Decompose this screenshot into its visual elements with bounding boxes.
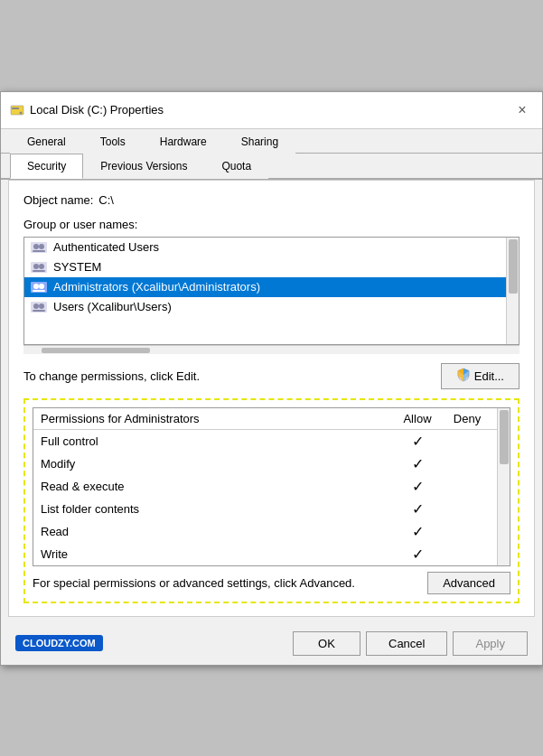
perm-name-fullcontrol: Full control [41, 434, 390, 448]
perm-name-read: Read [41, 525, 390, 538]
users-list-inner: Authenticated Users SYSTEM Administrator… [24, 238, 519, 317]
svg-point-5 [39, 244, 44, 249]
drive-icon [10, 103, 24, 117]
user-icon-users [30, 300, 48, 314]
perm-allow-write: ✓ [390, 546, 445, 563]
svg-point-13 [39, 284, 44, 289]
horiz-thumb [42, 348, 150, 353]
perm-name-readexecute: Read & execute [41, 480, 390, 493]
object-name-value: C:\ [98, 193, 114, 207]
perm-row-modify: Modify ✓ [33, 453, 497, 475]
perm-header-name: Permissions for Administrators [41, 412, 390, 425]
perm-allow-listfolder: ✓ [390, 500, 445, 518]
advanced-row: For special permissions or advanced sett… [33, 572, 510, 594]
object-name-row: Object name: C:\ [23, 193, 520, 207]
object-name-label: Object name: [23, 193, 93, 207]
svg-point-8 [33, 264, 39, 269]
tab-previous-versions[interactable]: Previous Versions [83, 154, 204, 179]
advanced-button[interactable]: Advanced [427, 572, 510, 594]
edit-button-label: Edit... [474, 369, 504, 383]
perm-name-listfolder: List folder contents [41, 502, 390, 516]
svg-rect-6 [33, 250, 45, 252]
svg-rect-18 [33, 310, 45, 312]
perm-allow-read: ✓ [390, 523, 445, 540]
apply-button[interactable]: Apply [453, 631, 528, 656]
perm-header: Permissions for Administrators Allow Den… [33, 408, 497, 430]
perm-name-modify: Modify [41, 457, 390, 471]
svg-point-9 [39, 264, 44, 269]
change-permissions-text: To change permissions, click Edit. [23, 369, 200, 383]
tab-sharing[interactable]: Sharing [224, 129, 295, 154]
tabs-row1: General Tools Hardware Sharing [1, 129, 542, 154]
svg-rect-2 [12, 107, 19, 109]
perm-header-deny: Deny [445, 412, 490, 425]
svg-point-4 [33, 244, 39, 249]
svg-point-17 [39, 303, 44, 309]
svg-point-16 [33, 303, 39, 309]
cloudzy-badge: CLOUDZY.COM [15, 635, 103, 651]
svg-point-1 [20, 111, 23, 114]
permissions-section: Permissions for Administrators Allow Den… [23, 398, 520, 603]
svg-point-12 [33, 284, 39, 289]
tab-security[interactable]: Security [10, 154, 83, 179]
user-icon-system [30, 260, 48, 275]
tab-tools[interactable]: Tools [83, 129, 143, 154]
user-item-administrators[interactable]: Administrators (Xcalibur\Administrators) [24, 277, 519, 297]
user-item-system[interactable]: SYSTEM [24, 257, 519, 277]
perm-rows-wrap: Permissions for Administrators Allow Den… [33, 408, 497, 565]
user-icon-administrators [30, 280, 48, 294]
permissions-table: Permissions for Administrators Allow Den… [33, 407, 510, 566]
group-label: Group or user names: [23, 218, 520, 231]
title-bar: Local Disk (C:) Properties × [1, 92, 542, 129]
perm-row-fullcontrol: Full control ✓ [33, 430, 497, 453]
perm-scrollbar-thumb [500, 410, 509, 464]
scrollbar-thumb [509, 239, 518, 294]
perm-row-read: Read ✓ [33, 520, 497, 543]
scrollbar[interactable] [506, 238, 519, 344]
user-item-authenticated[interactable]: Authenticated Users [24, 238, 519, 257]
perm-allow-modify: ✓ [390, 455, 445, 472]
ok-button[interactable]: OK [293, 631, 360, 656]
cancel-button[interactable]: Cancel [366, 631, 447, 656]
footer: CLOUDZY.COM OK Cancel Apply [1, 624, 542, 665]
user-name-users: Users (Xcalibur\Users) [53, 300, 172, 313]
horizontal-scroll[interactable] [23, 345, 520, 354]
edit-button[interactable]: Edit... [441, 363, 520, 389]
users-list-wrapper: Authenticated Users SYSTEM Administrator… [23, 237, 520, 354]
title-bar-left: Local Disk (C:) Properties [10, 103, 164, 117]
edit-row: To change permissions, click Edit. Edit.… [23, 363, 520, 389]
properties-window: Local Disk (C:) Properties × General Too… [0, 91, 543, 666]
user-name-authenticated: Authenticated Users [53, 240, 159, 254]
perm-row-readexecute: Read & execute ✓ [33, 475, 497, 498]
svg-rect-10 [33, 270, 45, 272]
tab-quota[interactable]: Quota [204, 154, 268, 179]
tab-general[interactable]: General [10, 129, 83, 154]
users-list[interactable]: Authenticated Users SYSTEM Administrator… [23, 237, 520, 345]
user-name-system: SYSTEM [53, 260, 101, 274]
svg-rect-14 [33, 290, 45, 292]
user-item-users[interactable]: Users (Xcalibur\Users) [24, 297, 519, 317]
perm-row-write: Write ✓ [33, 543, 497, 565]
content-area: Object name: C:\ Group or user names: Au… [8, 180, 535, 617]
perm-name-write: Write [41, 547, 390, 561]
user-name-administrators: Administrators (Xcalibur\Administrators) [53, 280, 260, 294]
perm-header-allow: Allow [390, 412, 445, 425]
perm-row-listfolder: List folder contents ✓ [33, 498, 497, 520]
window-title: Local Disk (C:) Properties [30, 103, 164, 117]
tabs-row2: Security Previous Versions Quota [1, 154, 542, 180]
advanced-text: For special permissions or advanced sett… [33, 576, 355, 590]
perm-allow-fullcontrol: ✓ [390, 433, 445, 450]
tab-hardware[interactable]: Hardware [143, 129, 224, 154]
close-button[interactable]: × [511, 99, 533, 121]
user-icon-authenticated [30, 240, 48, 255]
perm-scrollbar[interactable] [497, 408, 510, 565]
perm-allow-readexecute: ✓ [390, 478, 445, 495]
edit-shield-icon [456, 368, 471, 385]
